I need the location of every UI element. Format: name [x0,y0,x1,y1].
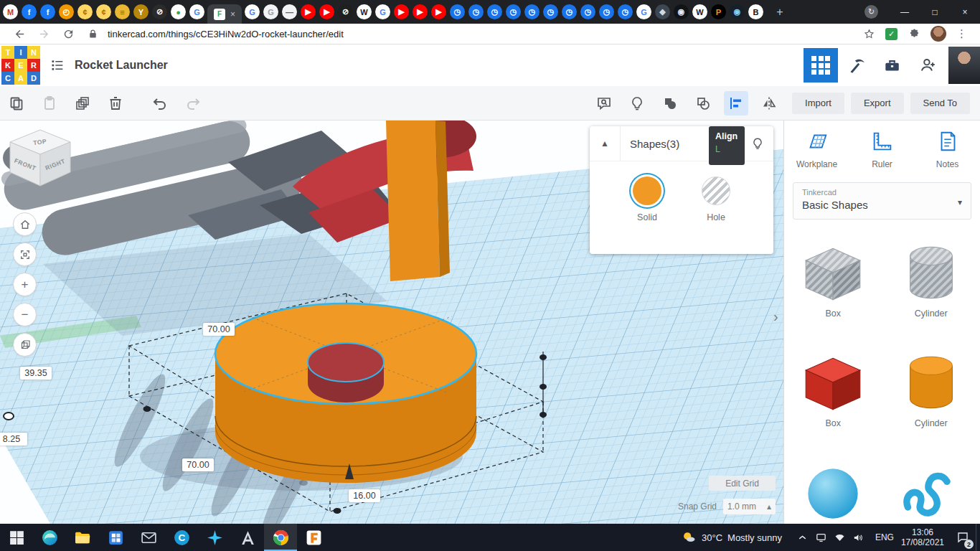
zoom-in-button[interactable]: + [13,273,37,296]
dashboard-grid-button[interactable] [804,48,838,83]
extensions-puzzle-icon[interactable] [905,25,923,42]
tray-chevron-icon[interactable] [793,532,812,544]
shape-item-cylinder[interactable]: Cylinder [897,244,966,354]
delete-icon[interactable] [103,91,128,116]
undo-icon[interactable] [148,91,172,116]
pinned-tab[interactable]: P [711,4,726,19]
taskbar-clock[interactable]: 13:06 17/08/2021 [901,527,944,547]
pinned-tab[interactable]: ◷ [543,4,558,19]
pinned-tab[interactable]: ◴ [59,4,74,19]
back-icon[interactable] [11,25,28,42]
design-menu-icon[interactable] [50,58,65,72]
shape-item-box[interactable]: Box [798,244,867,354]
new-tab-button[interactable]: + [772,6,788,19]
hints-bulb-icon[interactable] [625,91,649,116]
pinned-tab[interactable]: f [22,4,37,19]
pinned-tab[interactable]: ◷ [580,4,595,19]
pinned-tab[interactable]: ◷ [506,4,521,19]
pinned-tab[interactable]: f [40,4,55,19]
pinned-tab[interactable]: G [375,4,390,19]
view-cube[interactable]: TOP FRONT RIGHT [6,126,75,189]
pinned-tab[interactable]: ◉ [730,4,745,19]
duplicate-icon[interactable] [70,91,95,116]
window-minimize-button[interactable]: — [890,0,920,24]
edit-grid-button[interactable]: Edit Grid [709,476,776,491]
pinned-tab[interactable]: ◷ [562,4,577,19]
dimension-width[interactable]: 70.00 [203,323,235,336]
window-close-button[interactable]: × [950,0,980,24]
import-button[interactable]: Import [792,93,844,114]
send-to-button[interactable]: Send To [910,93,970,114]
browser-profile-avatar[interactable] [930,26,946,42]
active-tab[interactable]: F × [207,4,242,24]
pinned-tab[interactable]: G [263,4,278,19]
taskbar-app-start[interactable] [0,524,33,551]
paste-icon[interactable] [37,91,62,116]
tray-display-icon[interactable] [812,532,831,544]
pinned-tab[interactable]: ¢ [77,4,93,19]
mirror-icon[interactable] [757,91,781,116]
taskbar-app-edge[interactable] [33,524,66,551]
group-icon[interactable] [658,91,682,116]
language-indicator[interactable]: ENG [875,532,894,542]
design-title[interactable]: Rocket Launcher [75,59,168,72]
browser-menu-icon[interactable]: ⋮ [956,27,967,40]
pinned-tab[interactable]: ▶ [413,4,428,19]
tray-volume-icon[interactable] [849,532,868,544]
comment-search-icon[interactable] [592,91,616,116]
panel-collapse-icon[interactable]: ▲ [590,126,621,161]
taskbar-app-spark[interactable] [198,524,231,551]
pinned-tab[interactable]: ▶ [394,4,409,19]
column-model[interactable] [386,121,450,281]
lock-icon[interactable] [84,25,101,42]
pinned-tab[interactable]: ⊘ [152,4,167,19]
pinned-tab[interactable]: ≡ [115,4,130,19]
pinned-tab[interactable]: ◷ [487,4,502,19]
fit-view-button[interactable] [13,242,37,266]
solid-swatch[interactable] [633,176,661,205]
ruler-tool[interactable]: Ruler [852,129,913,169]
redo-icon[interactable] [181,91,205,116]
profile-sync-icon[interactable]: ↻ [864,5,878,19]
pinned-tab[interactable]: ⊘ [338,4,353,19]
pinned-tab[interactable]: ◷ [450,4,465,19]
dimension-height[interactable]: 16.00 [349,489,380,502]
home-view-button[interactable] [13,212,37,236]
perspective-toggle-button[interactable] [13,333,37,357]
pinned-tab[interactable]: ▶ [301,4,316,19]
invite-person-icon[interactable] [910,48,946,83]
forward-icon[interactable] [35,25,52,42]
taskbar-app-mail[interactable] [132,524,165,551]
pinned-tab[interactable]: W [692,4,707,19]
solid-option[interactable]: Solid [615,176,679,222]
pinned-tab[interactable]: ◉ [674,4,689,19]
align-icon[interactable] [724,91,748,116]
pinned-tab[interactable]: ● [171,4,186,19]
pinned-tab[interactable]: W [357,4,372,19]
hole-swatch[interactable] [702,176,730,205]
pinned-tab[interactable]: ◆ [655,4,670,19]
tab-close-icon[interactable]: × [230,9,235,19]
pinned-tab[interactable]: — [282,4,297,19]
pinned-tab[interactable]: ▶ [431,4,446,19]
url-text[interactable]: tinkercad.com/things/cCE3HiNw2dO-rocket-… [108,29,857,39]
shape-item-scribble[interactable] [897,463,966,524]
toolbox-icon[interactable] [874,48,910,83]
tinkercad-logo[interactable]: TINKERCAD [1,46,40,85]
pinned-tab[interactable]: ◷ [599,4,614,19]
dimension-top-height[interactable]: 8.25 [0,433,27,446]
taskbar-app-explorer[interactable] [66,524,99,551]
pinned-tab[interactable]: ¢ [96,4,111,19]
taskbar-app-cad[interactable] [231,524,264,551]
sidebar-collapse-icon[interactable]: › [773,309,778,325]
minecraft-pickaxe-icon[interactable] [838,48,874,83]
pinned-tab[interactable]: Y [133,4,149,19]
taskbar-app-tile[interactable] [99,524,132,551]
hole-option[interactable]: Hole [684,176,748,222]
pinned-tab[interactable]: ◷ [468,4,484,19]
user-avatar[interactable] [948,47,980,84]
pinned-tab[interactable]: G [189,4,204,19]
ungroup-icon[interactable] [691,91,715,116]
action-center-button[interactable]: 2 [950,524,976,551]
taskbar-app-flashprint[interactable] [297,524,330,551]
